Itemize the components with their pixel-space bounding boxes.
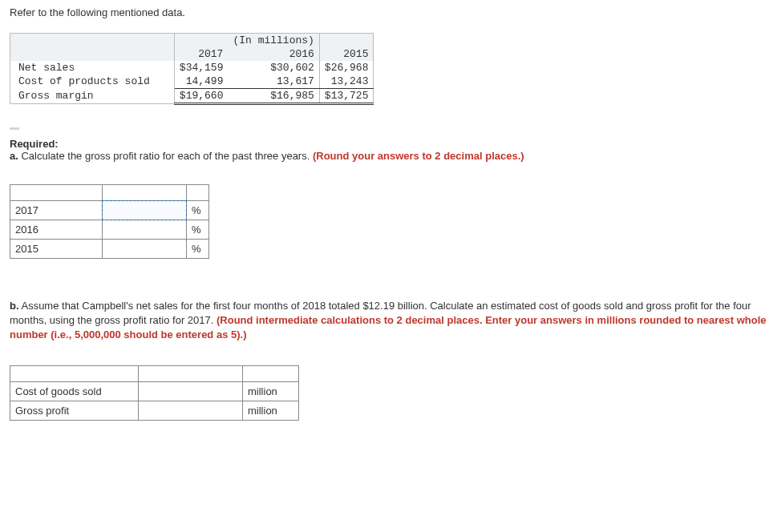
input-cogs[interactable] <box>139 382 242 400</box>
part-b-prompt: b. Assume that Campbell's net sales for … <box>10 299 767 343</box>
part-a-answer-table: 2017 % 2016 % 2015 % <box>10 184 209 259</box>
page-title: Refer to the following mentioned data. <box>10 6 767 18</box>
required-label: Required: <box>10 138 59 150</box>
unit-percent: % <box>187 220 209 240</box>
required-section: Required: a. Calculate the gross profit … <box>10 138 767 162</box>
row-2017-label: 2017 <box>10 201 103 220</box>
part-b-letter: b. <box>10 300 19 312</box>
input-2017[interactable] <box>103 202 186 220</box>
row-gp-label: Gross profit <box>10 401 139 420</box>
row-net-sales: Net sales <box>10 61 175 75</box>
row-cogs-label: Cost of goods sold <box>10 381 139 401</box>
col-2015: 2015 <box>319 47 374 61</box>
row-2015-label: 2015 <box>10 240 103 259</box>
unit-percent: % <box>187 240 209 259</box>
unit-header: (In millions) <box>228 34 319 48</box>
input-2015[interactable] <box>103 240 186 258</box>
unit-million: million <box>243 381 299 401</box>
input-2016[interactable] <box>103 221 186 239</box>
financial-data-table: (In millions) 2017 2016 2015 Net sales $… <box>10 33 767 105</box>
row-cogs: Cost of products sold <box>10 75 175 89</box>
divider-marker <box>10 127 19 130</box>
col-2016: 2016 <box>228 47 319 61</box>
col-2017: 2017 <box>174 47 228 61</box>
part-a-text: Calculate the gross profit ratio for eac… <box>18 150 313 162</box>
unit-million: million <box>243 401 299 420</box>
row-gross-margin: Gross margin <box>10 89 175 104</box>
part-b-answer-table: Cost of goods sold million Gross profit … <box>10 365 299 421</box>
part-a-letter: a. <box>10 150 18 162</box>
unit-percent: % <box>187 201 209 220</box>
input-gp[interactable] <box>139 401 242 419</box>
row-2016-label: 2016 <box>10 220 103 240</box>
part-a-hint: (Round your answers to 2 decimal places.… <box>313 150 524 162</box>
